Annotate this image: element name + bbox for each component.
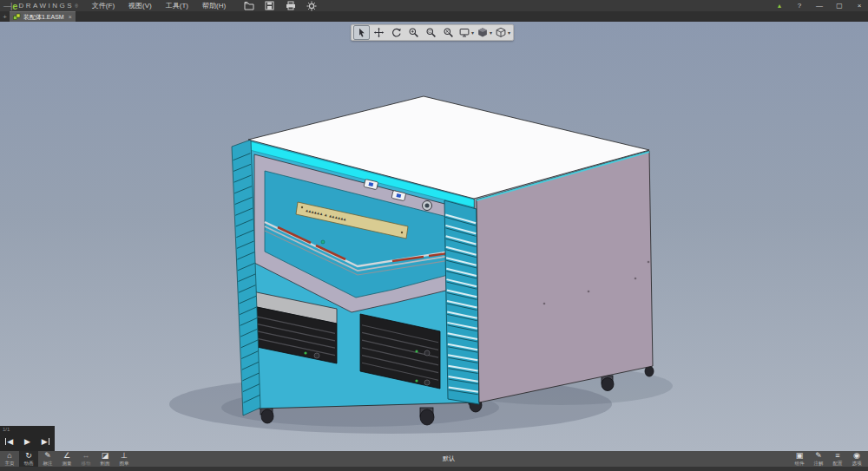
previous-bar [5,438,7,445]
bottom-toolbar: ⌂ 主页 ↻ 动画 ✎ 标注 ∠ 测量 ↔ 移动 ◪ 剖面 [0,451,868,467]
chevron-down-icon[interactable]: ▾ [490,30,492,36]
options-label: 选项 [852,461,861,466]
tab-close-icon[interactable]: × [69,14,72,20]
next-step-button[interactable]: ▶ [37,435,54,448]
logo-wordmark: DRAWINGS [18,2,74,10]
pan-tool-button[interactable] [371,25,387,40]
annotations-icon: ✎ [815,451,822,461]
annotations-panel-button[interactable]: ✎ 注解 [809,451,828,467]
viewport-3d[interactable]: ▴▴▴▴▴▴ ▴ ▴▴▴▴▴▴ [0,22,868,451]
markup-button[interactable]: ✎ 标注 [38,451,57,467]
upgrade-button[interactable]: ▲ [773,0,786,11]
previous-step-button[interactable]: ◀ [1,435,17,448]
move-component-button[interactable]: ↔ 移动 [76,451,95,467]
chevron-down-icon[interactable]: ▾ [471,30,474,36]
select-tool-button[interactable] [353,25,370,40]
measure-button[interactable]: ∠ 测量 [57,451,76,467]
minimize-button[interactable]: — [813,0,825,11]
stamp-label: 图章 [119,461,128,466]
components-label: 组件 [794,461,804,466]
move-label: 移动 [81,461,90,466]
bottom-toolbar-left: ⌂ 主页 ↻ 动画 ✎ 标注 ∠ 测量 ↔ 移动 ◪ 剖面 [0,451,134,467]
cad-model[interactable]: ▴▴▴▴▴▴ ▴ ▴▴▴▴▴▴ [0,22,868,451]
edrawings-window: —| e DRAWINGS ® 文件(F) 视图(V) 工具(T) 帮助(H) [0,0,868,471]
animation-label: 动画 [23,461,33,466]
home-label: 主页 [4,461,14,466]
components-panel-button[interactable]: ▣ 组件 [790,451,809,467]
save-icon[interactable] [264,1,275,11]
animation-button[interactable]: ↻ 动画 [19,451,38,467]
assembly-file-icon [13,13,21,21]
home-icon: ⌂ [7,451,11,461]
view-orientation-button[interactable]: ▾ [494,25,511,40]
logo-registered-mark: ® [75,3,78,9]
play-button[interactable]: ▶ [19,435,36,448]
zoom-tool-button[interactable] [405,25,422,40]
stamp-icon: ⊥ [121,451,128,461]
section-icon: ◪ [102,451,109,461]
configurations-icon: ≡ [835,451,839,461]
measure-icon: ∠ [63,451,70,461]
configurations-label: 配置 [832,461,842,466]
help-button[interactable]: ? [793,0,806,11]
measure-label: 测量 [62,461,71,466]
app-logo: —| e DRAWINGS ® [3,1,78,11]
zoom-window-tool-button[interactable] [423,25,439,40]
animation-icon: ↻ [25,451,32,461]
section-button[interactable]: ◪ 剖面 [95,451,115,467]
menu-bar: 文件(F) 视图(V) 工具(T) 帮助(H) [87,0,231,11]
markup-label: 标注 [43,461,52,466]
settings-icon[interactable] [306,1,317,11]
status-strip [0,467,868,471]
title-bar: —| e DRAWINGS ® 文件(F) 视图(V) 工具(T) 帮助(H) [0,0,868,11]
maximize-button[interactable]: ▢ [833,0,845,11]
section-label: 剖面 [100,461,109,466]
right-louver-column[interactable] [444,200,479,404]
menu-tools[interactable]: 工具(T) [161,0,194,11]
markup-icon: ✎ [44,451,51,461]
quick-toolbar [243,1,317,11]
document-tab-title: 装配体1.EASM [23,13,64,22]
tab-bar: + 装配体1.EASM × [0,11,868,22]
components-icon: ▣ [796,451,804,461]
stamp-button[interactable]: ⊥ 图章 [115,451,134,467]
next-bar [49,438,50,445]
display-mode-button[interactable]: ▾ [476,25,493,40]
close-button[interactable]: × [853,0,865,11]
menu-view[interactable]: 视图(V) [123,0,157,11]
view-toolbar: ▾ ▾ ▾ [351,24,514,41]
animation-player-panel: 1/1 ◀ ▶ ▶ [0,426,55,451]
options-icon: ◉ [853,451,860,461]
home-button[interactable]: ⌂ 主页 [0,451,19,467]
print-icon[interactable] [285,1,296,11]
animation-frame-counter: 1/1 [0,426,55,433]
options-panel-button[interactable]: ◉ 选项 [847,451,866,467]
logo-dash: —| [3,2,11,10]
configurations-panel-button[interactable]: ≡ 配置 [828,451,847,467]
logo-e-icon: e [12,1,17,11]
chevron-down-icon[interactable]: ▾ [508,30,510,36]
zoom-fit-tool-button[interactable] [440,25,457,40]
move-icon: ↔ [82,451,90,461]
menu-help[interactable]: 帮助(H) [197,0,231,11]
new-tab-button[interactable]: + [1,13,9,21]
annotations-label: 注解 [813,461,823,466]
configuration-name[interactable]: 默认 [443,455,455,461]
home-view-button[interactable]: ▾ [457,25,475,40]
menu-file[interactable]: 文件(F) [87,0,120,11]
open-icon[interactable] [243,1,254,11]
document-tab[interactable]: 装配体1.EASM × [10,11,76,22]
window-controls: ▲ ? — ▢ × [773,0,865,11]
bottom-toolbar-right: ▣ 组件 ✎ 注解 ≡ 配置 ◉ 选项 [790,451,866,467]
rotate-tool-button[interactable] [388,25,404,40]
